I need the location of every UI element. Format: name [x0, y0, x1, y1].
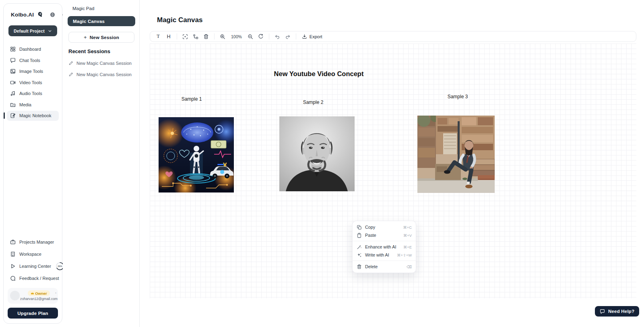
sidebar-footer: Projects Manager Workspace Learning Cent… [7, 236, 59, 319]
toolbar-separator [214, 33, 215, 39]
app-logo: Kolbo.AI [11, 12, 34, 18]
context-menu-item-delete[interactable]: Delete ⌫ [353, 263, 416, 271]
logo-head-icon [37, 11, 43, 18]
sidebar-item-label: Chat Tools [19, 58, 40, 63]
new-session-button[interactable]: + New Session [68, 32, 134, 43]
building-icon [10, 251, 16, 257]
canvas-image-portrait[interactable] [279, 116, 355, 191]
plus-icon: + [84, 34, 87, 40]
reset-view-button[interactable] [256, 32, 266, 41]
heading-tool-button[interactable]: H [164, 32, 173, 41]
tab-magic-pad[interactable]: Magic Pad [72, 6, 94, 11]
context-menu-item-write-with-ai[interactable]: Write with AI ⌘+⇧+W [353, 251, 416, 259]
sessions-panel: Magic Pad Magic Canvas + New Session Rec… [63, 0, 140, 327]
sidebar-item-media[interactable]: Media [7, 100, 59, 110]
copy-icon [357, 225, 362, 230]
canvas-image-man-on-ruins[interactable] [417, 116, 495, 193]
context-menu-item-paste[interactable]: Paste ⌘+V [353, 231, 416, 239]
play-icon [10, 263, 16, 269]
context-menu: Copy ⌘+C Paste ⌘+V Enhance with AI ⌘+E W… [352, 221, 416, 273]
sidebar-item-learning-center[interactable]: Learning Center 66% [7, 261, 59, 272]
delete-tool-button[interactable] [201, 32, 211, 41]
sidebar-item-workspace[interactable]: Workspace [7, 248, 59, 260]
sidebar-item-label: Image Tools [19, 69, 43, 74]
sparkles-icon [357, 252, 362, 258]
tab-magic-canvas[interactable]: Magic Canvas [68, 16, 135, 26]
page-title: Magic Canvas [157, 16, 202, 24]
toolbar-separator [269, 33, 269, 39]
sidebar-header: Kolbo.AI [7, 9, 59, 20]
avatar [10, 291, 20, 300]
sidebar-item-image-tools[interactable]: Image Tools [7, 66, 59, 77]
owner-badge: Owner [28, 290, 50, 296]
shortcut: ⌘+C [403, 225, 412, 230]
trash-icon [357, 264, 362, 269]
redo-button[interactable] [283, 32, 293, 41]
undo-button[interactable] [272, 32, 282, 41]
context-menu-item-copy[interactable]: Copy ⌘+C [353, 223, 416, 231]
user-email: zoharvan12@gmail.com [20, 297, 58, 301]
sidebar-item-chat-tools[interactable]: Chat Tools [7, 56, 59, 66]
text-tool-button[interactable]: T [153, 32, 163, 41]
sidebar-item-label: Dashboard [19, 47, 41, 52]
shortcut: ⌘+E [403, 245, 412, 249]
sidebar-item-label: Media [19, 102, 31, 107]
sample-2-label[interactable]: Sample 2 [303, 99, 324, 105]
language-globe-icon[interactable] [50, 12, 55, 17]
export-button[interactable]: Export [299, 34, 325, 39]
chat-icon [10, 58, 16, 63]
session-item[interactable]: New Magic Canvas Session [68, 61, 132, 66]
audio-icon [10, 91, 16, 96]
canvas-area[interactable]: New Youtube Video Concept Sample 1 Sampl… [150, 43, 636, 298]
context-menu-divider [353, 261, 416, 261]
canvas-heading[interactable]: New Youtube Video Concept [274, 70, 364, 78]
briefcase-icon [10, 239, 16, 245]
help-chat-icon [600, 309, 605, 314]
context-menu-divider [353, 241, 416, 241]
download-icon [302, 34, 307, 39]
feedback-chat-icon [10, 275, 16, 281]
toolbar-separator [296, 33, 296, 39]
dashboard-icon [10, 46, 16, 52]
user-menu-chevron-icon: › [55, 291, 56, 295]
sidebar-item-label: Learning Center [19, 264, 51, 269]
sample-1-label[interactable]: Sample 1 [182, 96, 202, 102]
video-icon [10, 80, 16, 85]
project-selector[interactable]: Default Project [8, 25, 57, 36]
sidebar-item-label: Video Tools [19, 80, 42, 85]
paste-clipboard-icon [357, 233, 362, 238]
connector-tool-button[interactable] [191, 32, 200, 41]
sidebar-item-audio-tools[interactable]: Audio Tools [7, 89, 59, 99]
context-menu-item-enhance-with-ai[interactable]: Enhance with AI ⌘+E [353, 243, 416, 251]
canvas-toolbar: T H 100% Export [150, 31, 636, 42]
notebook-icon [10, 113, 16, 118]
zoom-out-button[interactable] [246, 32, 255, 41]
ai-select-tool-button[interactable] [180, 32, 190, 41]
sidebar-item-label: Magic Notebook [19, 113, 52, 118]
pencil-icon [68, 72, 73, 77]
image-icon [10, 68, 16, 74]
canvas-image-ai-robot[interactable]: ¥ [159, 117, 234, 192]
sample-3-label[interactable]: Sample 3 [448, 94, 468, 99]
sidebar-item-video-tools[interactable]: Video Tools [7, 78, 59, 88]
sidebar-nav: Dashboard Chat Tools Image Tools Video T… [7, 44, 59, 121]
upgrade-plan-button[interactable]: Upgrade Plan [8, 308, 58, 319]
toolbar-separator [177, 33, 177, 39]
sidebar-item-feedback[interactable]: Feedback / Request [7, 273, 59, 284]
sidebar-item-magic-notebook[interactable]: Magic Notebook [7, 111, 59, 121]
recent-sessions-title: Recent Sessions [68, 48, 110, 54]
shortcut: ⌫ [407, 265, 412, 269]
session-item-label: New Magic Canvas Session [76, 61, 132, 66]
sidebar-item-dashboard[interactable]: Dashboard [7, 44, 59, 54]
zoom-level: 100% [228, 34, 245, 39]
zoom-in-button[interactable] [218, 32, 227, 41]
selected-accent-bar [4, 112, 5, 119]
sidebar-item-label: Audio Tools [19, 91, 42, 96]
need-help-button[interactable]: Need Help? [595, 306, 639, 317]
user-card[interactable]: Owner zoharvan12@gmail.com › [8, 288, 58, 304]
shortcut: ⌘+⇧+W [397, 253, 412, 257]
sidebar-item-projects-manager[interactable]: Projects Manager [7, 236, 59, 248]
session-item-label: New Magic Canvas Session [76, 72, 132, 77]
session-item[interactable]: New Magic Canvas Session [68, 72, 132, 77]
sidebar-item-label: Projects Manager [19, 240, 54, 244]
